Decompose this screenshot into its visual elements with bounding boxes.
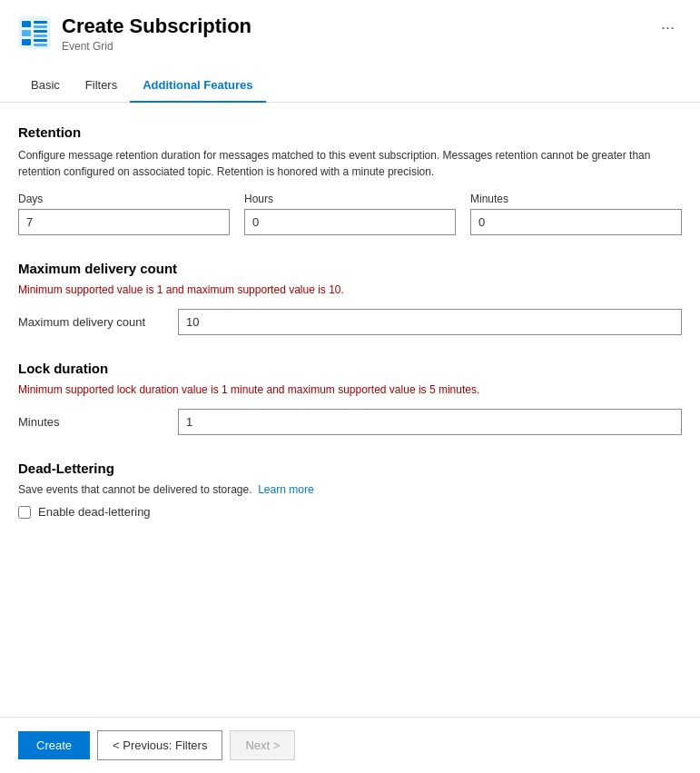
page-title: Create Subscription xyxy=(62,15,251,38)
delivery-count-title: Maximum delivery count xyxy=(18,261,682,276)
dead-lettering-description: Save events that cannot be delivered to … xyxy=(18,483,252,496)
tab-filters[interactable]: Filters xyxy=(73,69,130,103)
days-field-group: Days xyxy=(18,193,230,235)
retention-minutes-label: Minutes xyxy=(470,193,682,205)
svg-rect-9 xyxy=(34,44,47,46)
delivery-count-input[interactable] xyxy=(178,309,682,335)
svg-rect-3 xyxy=(22,39,31,45)
lock-minutes-input[interactable] xyxy=(178,409,682,435)
more-options-icon[interactable]: ··· xyxy=(654,15,682,41)
svg-rect-1 xyxy=(22,21,31,27)
svg-rect-5 xyxy=(34,25,47,28)
retention-section: Retention Configure message retention du… xyxy=(18,124,682,235)
dead-lettering-desc-row: Save events that cannot be delivered to … xyxy=(18,483,682,496)
delivery-count-label: Maximum delivery count xyxy=(18,315,163,329)
lock-duration-warning: Minimum supported lock duration value is… xyxy=(18,383,682,396)
svg-rect-8 xyxy=(34,39,47,42)
delivery-count-section: Maximum delivery count Minimum supported… xyxy=(18,261,682,335)
page-subtitle: Event Grid xyxy=(62,40,251,53)
hours-label: Hours xyxy=(244,193,456,205)
svg-rect-7 xyxy=(34,35,47,37)
retention-description: Configure message retention duration for… xyxy=(18,147,654,180)
create-button[interactable]: Create xyxy=(18,731,90,759)
main-content: Retention Configure message retention du… xyxy=(0,103,700,717)
previous-button[interactable]: < Previous: Filters xyxy=(97,730,222,760)
header-text-block: Create Subscription Event Grid xyxy=(62,15,251,53)
dead-lettering-title: Dead-Lettering xyxy=(18,461,682,476)
delivery-count-warning: Minimum supported value is 1 and maximum… xyxy=(18,283,682,296)
learn-more-link[interactable]: Learn more xyxy=(258,483,313,496)
hours-field-group: Hours xyxy=(244,193,456,235)
dead-lettering-checkbox-label[interactable]: Enable dead-lettering xyxy=(38,505,151,519)
delivery-count-row: Maximum delivery count xyxy=(18,309,682,335)
minutes-field-group: Minutes xyxy=(470,193,682,235)
enable-dead-lettering-checkbox[interactable] xyxy=(18,506,31,519)
lock-duration-section: Lock duration Minimum supported lock dur… xyxy=(18,361,682,435)
tab-additional-features[interactable]: Additional Features xyxy=(130,69,265,103)
enable-dead-lettering-row: Enable dead-lettering xyxy=(18,505,682,519)
dead-lettering-section: Dead-Lettering Save events that cannot b… xyxy=(18,461,682,519)
next-button: Next > xyxy=(230,730,295,760)
lock-duration-row: Minutes xyxy=(18,409,682,435)
retention-fields: Days Hours Minutes xyxy=(18,193,682,235)
days-input[interactable] xyxy=(18,209,230,235)
retention-minutes-input[interactable] xyxy=(470,209,682,235)
svg-rect-6 xyxy=(34,30,47,33)
hours-input[interactable] xyxy=(244,209,456,235)
tab-basic[interactable]: Basic xyxy=(18,69,73,103)
retention-title: Retention xyxy=(18,124,682,140)
page-header: Create Subscription Event Grid ··· xyxy=(0,0,700,62)
footer: Create < Previous: Filters Next > xyxy=(0,717,700,773)
event-grid-icon xyxy=(18,16,51,49)
lock-duration-title: Lock duration xyxy=(18,361,682,376)
tab-bar: Basic Filters Additional Features xyxy=(0,69,700,103)
svg-rect-4 xyxy=(34,21,47,24)
svg-rect-2 xyxy=(22,30,31,36)
lock-minutes-label: Minutes xyxy=(18,415,163,429)
days-label: Days xyxy=(18,193,230,205)
